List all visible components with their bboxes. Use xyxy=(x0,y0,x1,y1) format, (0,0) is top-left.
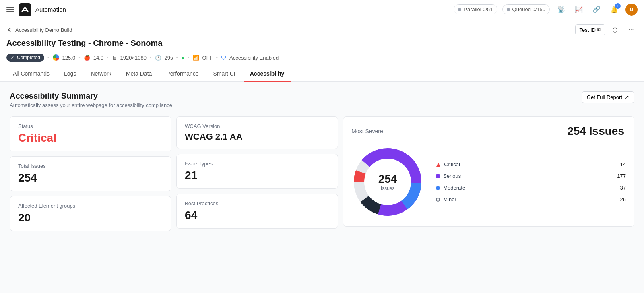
svg-marker-7 xyxy=(436,163,440,167)
share-button[interactable]: ⬡ xyxy=(609,23,621,36)
external-link-icon: ↗ xyxy=(625,94,629,100)
most-severe-label: Most Severe xyxy=(351,128,383,134)
donut-header: Most Severe 254 Issues xyxy=(351,125,626,138)
tab-bar: All Commands Logs Network Meta Data Perf… xyxy=(0,66,644,82)
wcag-card: WCAG Version WCAG 2.1 AA xyxy=(176,116,338,149)
total-issues-label: Total Issues xyxy=(18,163,163,169)
tab-network[interactable]: Network xyxy=(84,66,118,82)
screen-icon: 🖥 xyxy=(112,55,117,61)
svg-rect-0 xyxy=(19,3,31,16)
parallel-badge: Parallel 0/51 xyxy=(454,4,497,14)
total-issues-card: Total Issues 254 xyxy=(10,156,171,191)
apple-icon: 🍎 xyxy=(84,55,90,61)
tab-accessibility[interactable]: Accessibility xyxy=(244,66,291,82)
page-title: Accessibility Testing - Chrome - Sonoma xyxy=(0,38,644,51)
breadcrumb[interactable]: Accessibility Demo Build xyxy=(6,27,72,33)
affected-groups-card: Affected Element groups 20 xyxy=(10,196,171,231)
best-practices-card: Best Practices 64 xyxy=(176,194,338,229)
middle-cards: WCAG Version WCAG 2.1 AA Issue Types 21 … xyxy=(176,116,338,229)
tab-meta-data[interactable]: Meta Data xyxy=(120,66,159,82)
top-nav: Automation Parallel 0/51 Queued 0/150 📡 … xyxy=(0,0,644,19)
issue-types-value: 21 xyxy=(185,169,330,182)
donut-chart-card: Most Severe 254 Issues xyxy=(343,116,634,227)
full-report-button[interactable]: Get Full Report ↗ xyxy=(582,91,634,103)
tab-performance[interactable]: Performance xyxy=(160,66,205,82)
affected-groups-label: Affected Element groups xyxy=(18,203,163,209)
notification-button[interactable]: 🔔 1 xyxy=(608,3,621,16)
issue-types-card: Issue Types 21 xyxy=(176,154,338,189)
nav-right: Parallel 0/51 Queued 0/150 📡 📈 🔗 🔔 1 U xyxy=(454,3,638,16)
wcag-value: WCAG 2.1 AA xyxy=(185,132,330,142)
issue-types-label: Issue Types xyxy=(185,161,330,167)
summary-subtitle: Automatically assess your entire webpage… xyxy=(10,102,172,108)
chrome-icon xyxy=(53,54,59,61)
summary-header: Accessibility Summary Automatically asse… xyxy=(10,91,634,108)
legend-moderate: Moderate 37 xyxy=(436,185,626,191)
tab-logs[interactable]: Logs xyxy=(58,66,83,82)
wcag-label: WCAG Version xyxy=(185,123,330,129)
best-practices-value: 64 xyxy=(185,209,330,222)
chart-button[interactable]: 📈 xyxy=(572,3,585,16)
summary-title: Accessibility Summary xyxy=(10,91,172,101)
wifi-icon: 📶 xyxy=(193,55,199,61)
green-status-icon: ● xyxy=(181,55,184,61)
svg-point-6 xyxy=(364,159,411,205)
broadcast-button[interactable]: 📡 xyxy=(555,3,568,16)
tab-smart-ui[interactable]: Smart UI xyxy=(207,66,242,82)
affected-groups-value: 20 xyxy=(18,211,163,224)
moderate-circle-icon xyxy=(436,186,440,190)
total-issues-badge: 254 Issues xyxy=(567,125,626,138)
back-arrow-icon xyxy=(6,27,13,33)
critical-triangle-icon xyxy=(436,162,441,167)
app-logo xyxy=(19,3,31,16)
left-cards: Status Critical Total Issues 254 Affecte… xyxy=(10,116,171,231)
legend-minor: Minor 26 xyxy=(436,196,626,202)
total-issues-value: 254 xyxy=(18,171,163,184)
donut-content: 254 Issues Critical 14 xyxy=(351,146,626,218)
copy-icon: ⧉ xyxy=(597,27,601,33)
link-button[interactable]: 🔗 xyxy=(590,3,603,16)
nav-left: Automation xyxy=(6,3,66,16)
tab-all-commands[interactable]: All Commands xyxy=(6,66,56,82)
chart-legend: Critical 14 Serious 177 xyxy=(436,161,626,202)
donut-chart: 254 Issues xyxy=(351,146,424,218)
status-card: Status Critical xyxy=(10,116,171,151)
test-id-button[interactable]: Test ID ⧉ xyxy=(575,24,605,35)
legend-serious: Serious 177 xyxy=(436,173,626,179)
cards-grid: Status Critical Total Issues 254 Affecte… xyxy=(10,116,634,241)
donut-svg xyxy=(351,146,424,218)
status-card-label: Status xyxy=(18,123,163,129)
status-card-value: Critical xyxy=(18,132,163,144)
shield-icon: 🛡 xyxy=(221,55,226,61)
clock-icon: 🕐 xyxy=(155,55,161,61)
check-icon: ✓ xyxy=(10,55,14,60)
status-bar: ✓ Completed • 125.0 • 🍎 14.0 • 🖥 1920×10… xyxy=(0,51,644,66)
summary-title-group: Accessibility Summary Automatically asse… xyxy=(10,91,172,108)
breadcrumb-actions: Test ID ⧉ ⬡ ··· xyxy=(575,23,638,36)
user-avatar[interactable]: U xyxy=(625,4,638,16)
completed-badge: ✓ Completed xyxy=(6,54,44,62)
main-content: Accessibility Summary Automatically asse… xyxy=(0,82,644,293)
breadcrumb-bar: Accessibility Demo Build Test ID ⧉ ⬡ ··· xyxy=(0,19,644,38)
app-title: Automation xyxy=(35,6,66,13)
minor-outline-icon xyxy=(436,198,440,202)
serious-square-icon xyxy=(436,174,440,178)
more-options-button[interactable]: ··· xyxy=(625,23,638,36)
queued-badge: Queued 0/150 xyxy=(502,4,550,14)
legend-critical: Critical 14 xyxy=(436,161,626,167)
hamburger-button[interactable] xyxy=(6,6,14,14)
best-practices-label: Best Practices xyxy=(185,200,330,206)
